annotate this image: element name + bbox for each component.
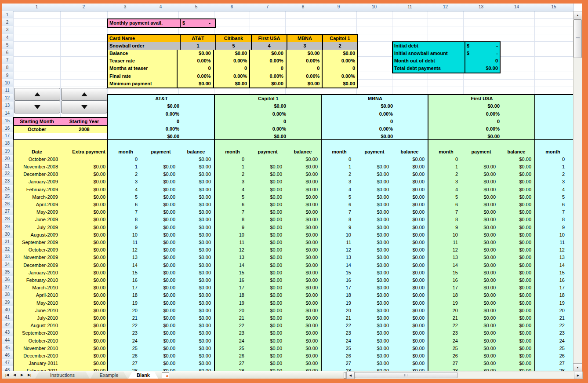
card-value-cell[interactable]: 0 — [177, 65, 213, 72]
row-header[interactable]: 10 — [2, 79, 13, 87]
extra-payment-cell[interactable]: $0.00 — [60, 201, 108, 208]
scroll-left-button[interactable]: ◀ — [346, 372, 355, 379]
card-value-cell[interactable]: 0 — [213, 65, 250, 72]
extra-payment-cell[interactable]: $0.00 — [60, 208, 108, 216]
extra-payment-cell[interactable]: $0.00 — [60, 329, 108, 337]
row-header[interactable]: 30 — [2, 230, 13, 238]
card-value-cell[interactable]: 0.00% — [286, 73, 322, 80]
extra-payment-cell[interactable] — [60, 156, 108, 163]
row-header[interactable]: 26 — [2, 200, 13, 208]
column-header[interactable]: 8 — [285, 4, 321, 11]
extra-payment-cell[interactable]: $0.00 — [60, 292, 108, 299]
extra-payment-cell[interactable]: $0.00 — [60, 254, 108, 261]
column-header[interactable]: 14 — [499, 4, 535, 11]
insert-worksheet-icon[interactable] — [162, 372, 169, 378]
extra-payment-cell[interactable]: $0.00 — [60, 360, 108, 367]
row-header[interactable]: 29 — [2, 223, 13, 231]
starting-year-spin-up[interactable] — [61, 88, 107, 101]
extra-payment-cell[interactable]: $0.00 — [60, 231, 108, 239]
row-header[interactable]: 11 — [2, 87, 13, 95]
card-value-cell[interactable]: $0.00 — [286, 50, 322, 57]
card-value-cell[interactable]: 5 — [215, 42, 251, 50]
sheet-tab-example[interactable]: Example — [91, 372, 127, 379]
extra-payment-cell[interactable]: $0.00 — [60, 186, 108, 193]
row-header[interactable]: 48 — [2, 366, 13, 371]
row-header[interactable]: 4 — [2, 34, 13, 42]
starting-month-spin-up[interactable] — [14, 88, 60, 101]
row-header[interactable]: 33 — [2, 253, 13, 261]
next-sheet-button[interactable]: ▶ — [18, 372, 25, 378]
row-header[interactable]: 7 — [2, 56, 13, 64]
starting-value-month[interactable]: October — [14, 126, 60, 133]
column-header[interactable]: 6 — [214, 4, 250, 11]
card-value-cell[interactable]: 0 — [322, 65, 357, 72]
extra-payment-cell[interactable]: $0.00 — [60, 239, 108, 246]
column-header[interactable]: 12 — [428, 4, 464, 11]
row-header[interactable]: 5 — [2, 41, 13, 49]
row-header[interactable]: 16 — [2, 124, 13, 132]
row-header[interactable]: 15 — [2, 117, 13, 125]
extra-payment-cell[interactable]: $0.00 — [60, 299, 108, 307]
card-value-cell[interactable]: $0.00 — [177, 80, 213, 88]
extra-payment-cell[interactable]: $0.00 — [60, 224, 108, 231]
card-value-cell[interactable]: 0.00% — [286, 57, 322, 65]
row-header[interactable]: 13 — [2, 102, 13, 109]
card-value-cell[interactable]: 0 — [249, 65, 286, 72]
card-value-cell[interactable]: 2 — [322, 42, 357, 50]
row-header[interactable]: 9 — [2, 72, 13, 80]
column-header[interactable]: 13 — [463, 4, 499, 11]
row-header[interactable]: 40 — [2, 306, 13, 314]
extra-payment-cell[interactable]: $0.00 — [60, 216, 108, 223]
card-value-cell[interactable]: $0.00 — [177, 50, 213, 57]
row-header[interactable]: 21 — [2, 162, 13, 170]
sheet-tab-instructions[interactable]: Instructions — [35, 372, 90, 379]
row-header[interactable]: 38 — [2, 291, 13, 299]
row-header[interactable]: 20 — [2, 155, 13, 163]
column-header[interactable]: 3 — [107, 4, 143, 11]
extra-payment-cell[interactable]: $0.00 — [60, 284, 108, 292]
card-value-cell[interactable]: 0.00% — [213, 57, 250, 65]
card-value-cell[interactable]: $0.00 — [286, 80, 322, 88]
row-header[interactable]: 34 — [2, 261, 13, 269]
row-header[interactable]: 6 — [2, 49, 13, 57]
row-header[interactable]: 35 — [2, 268, 13, 276]
row-header[interactable]: 42 — [2, 321, 13, 329]
row-header[interactable]: 45 — [2, 344, 13, 352]
row-header[interactable]: 46 — [2, 351, 13, 359]
row-header[interactable]: 8 — [2, 64, 13, 72]
last-sheet-button[interactable]: ▶| — [26, 372, 33, 378]
row-header[interactable]: 32 — [2, 245, 13, 253]
card-value-cell[interactable]: 0.00% — [249, 57, 286, 65]
row-header[interactable]: 43 — [2, 328, 13, 336]
row-header[interactable]: 17 — [2, 132, 13, 140]
row-header[interactable]: 36 — [2, 276, 13, 284]
card-value-cell[interactable]: 0 — [286, 65, 322, 72]
row-header[interactable]: 41 — [2, 314, 13, 321]
row-header[interactable]: 31 — [2, 238, 13, 246]
extra-payment-cell[interactable]: $0.00 — [60, 193, 108, 201]
extra-payment-cell[interactable]: $0.00 — [60, 163, 108, 171]
row-header[interactable]: 37 — [2, 283, 13, 291]
row-header[interactable]: 3 — [2, 26, 13, 34]
row-header[interactable]: 27 — [2, 208, 13, 215]
card-value-cell[interactable]: $0.00 — [249, 50, 286, 57]
column-header[interactable]: 4 — [143, 4, 179, 11]
column-header[interactable]: 9 — [321, 4, 357, 11]
previous-sheet-button[interactable]: ◀ — [11, 372, 18, 378]
scroll-right-button[interactable]: ▶ — [574, 372, 582, 379]
starting-month-spin-down[interactable] — [14, 100, 60, 113]
card-value-cell[interactable]: $0.00 — [322, 80, 357, 88]
extra-payment-cell[interactable]: $0.00 — [60, 314, 108, 322]
scroll-up-button[interactable]: ▲ — [573, 11, 582, 19]
extra-payment-cell[interactable]: $0.00 — [60, 277, 108, 284]
extra-payment-cell[interactable]: $0.00 — [60, 322, 108, 329]
extra-payment-cell[interactable]: $0.00 — [60, 337, 108, 345]
column-header[interactable]: 10 — [356, 4, 392, 11]
row-header[interactable]: 18 — [2, 139, 13, 147]
horizontal-scroll-thumb[interactable] — [355, 372, 457, 378]
sheet-tab-blank[interactable]: Blank — [128, 372, 158, 379]
column-header[interactable]: 2 — [60, 4, 108, 11]
row-header[interactable]: 23 — [2, 177, 13, 185]
row-header[interactable]: 19 — [2, 147, 13, 155]
first-sheet-button[interactable]: |◀ — [4, 372, 11, 378]
